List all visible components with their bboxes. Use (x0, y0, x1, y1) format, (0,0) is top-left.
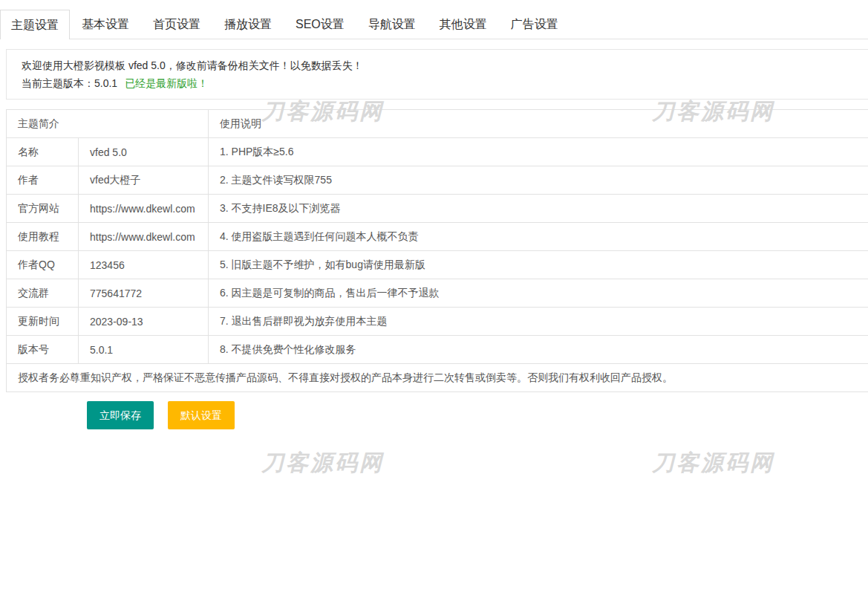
intro-header-cell: 主题简介 (7, 110, 209, 138)
tab-1[interactable]: 主题设置 (0, 10, 70, 39)
row-value-cell: 5.0.1 (79, 336, 209, 364)
settings-panel: 欢迎使用大橙影视模板 vfed 5.0，修改前请备份相关文件！以免数据丢失！ 当… (6, 49, 868, 429)
watermark-text: 刀客源码网 (261, 448, 384, 478)
row-value-cell: vfed大橙子 (79, 166, 209, 195)
row-value-cell: https://www.dkewl.com (79, 223, 209, 251)
table-footer-row: 授权者务必尊重知识产权，严格保证不恶意传播产品源码、不得直接对授权的产品本身进行… (7, 364, 868, 392)
license-notice-cell: 授权者务必尊重知识产权，严格保证不恶意传播产品源码、不得直接对授权的产品本身进行… (7, 364, 868, 392)
save-button[interactable]: 立即保存 (87, 401, 154, 429)
watermark-text: 刀客源码网 (652, 448, 774, 478)
row-note-cell: 8. 不提供免费个性化修改服务 (209, 336, 868, 364)
row-label-cell: 使用教程 (7, 223, 79, 251)
row-note-cell: 7. 退出售后群即视为放弃使用本主题 (209, 308, 868, 336)
row-value-cell: 123456 (79, 251, 209, 279)
table-row: 作者vfed大橙子2. 主题文件读写权限755 (7, 166, 868, 195)
theme-info-table: 主题简介 使用说明 名称vfed 5.01. PHP版本≥5.6作者vfed大橙… (6, 109, 868, 392)
row-label-cell: 作者 (7, 166, 79, 195)
table-row: 更新时间2023-09-137. 退出售后群即视为放弃使用本主题 (7, 308, 868, 336)
tab-2[interactable]: 基本设置 (70, 10, 141, 39)
table-row: 作者QQ1234565. 旧版主题不予维护，如有bug请使用最新版 (7, 251, 868, 279)
row-value-cell: 2023-09-13 (79, 308, 209, 336)
row-label-cell: 官方网站 (7, 195, 79, 223)
usage-header-cell: 使用说明 (209, 110, 868, 138)
row-value-cell: 775641772 (79, 279, 209, 308)
default-settings-button[interactable]: 默认设置 (168, 401, 235, 429)
tab-6[interactable]: 导航设置 (356, 10, 428, 39)
tab-7[interactable]: 其他设置 (428, 10, 499, 39)
table-row: 版本号5.0.18. 不提供免费个性化修改服务 (7, 336, 868, 364)
page: { "tabs": [ { "label": "主题设置", "active":… (0, 0, 868, 598)
row-note-cell: 1. PHP版本≥5.6 (209, 138, 868, 166)
tab-4[interactable]: 播放设置 (212, 10, 284, 39)
row-value-cell: vfed 5.0 (79, 138, 209, 166)
theme-info-table-body: 主题简介 使用说明 名称vfed 5.01. PHP版本≥5.6作者vfed大橙… (7, 110, 868, 392)
row-label-cell: 更新时间 (7, 308, 79, 336)
row-label-cell: 名称 (7, 138, 79, 166)
table-row: 官方网站https://www.dkewl.com3. 不支持IE8及以下浏览器 (7, 195, 868, 223)
welcome-notice-line1: 欢迎使用大橙影视模板 vfed 5.0，修改前请备份相关文件！以免数据丢失！ (22, 56, 868, 74)
row-label-cell: 版本号 (7, 336, 79, 364)
table-header-row: 主题简介 使用说明 (7, 110, 868, 138)
row-note-cell: 2. 主题文件读写权限755 (209, 166, 868, 195)
tab-bar: 主题设置基本设置首页设置播放设置SEO设置导航设置其他设置广告设置 (0, 0, 868, 39)
table-row: 名称vfed 5.01. PHP版本≥5.6 (7, 138, 868, 166)
tab-8[interactable]: 广告设置 (499, 10, 570, 39)
current-version-text: 当前主题版本：5.0.1 (22, 77, 117, 89)
table-row: 交流群7756417726. 因主题是可复制的商品，售出后一律不予退款 (7, 279, 868, 308)
row-label-cell: 作者QQ (7, 251, 79, 279)
latest-version-badge: 已经是最新版啦！ (125, 77, 208, 89)
tab-3[interactable]: 首页设置 (141, 10, 212, 39)
action-buttons: 立即保存 默认设置 (87, 401, 868, 429)
row-note-cell: 5. 旧版主题不予维护，如有bug请使用最新版 (209, 251, 868, 279)
welcome-notice: 欢迎使用大橙影视模板 vfed 5.0，修改前请备份相关文件！以免数据丢失！ 当… (6, 49, 868, 100)
row-note-cell: 3. 不支持IE8及以下浏览器 (209, 195, 868, 223)
row-label-cell: 交流群 (7, 279, 79, 308)
tab-5[interactable]: SEO设置 (284, 10, 356, 39)
row-value-cell: https://www.dkewl.com (79, 195, 209, 223)
row-note-cell: 6. 因主题是可复制的商品，售出后一律不予退款 (209, 279, 868, 308)
row-note-cell: 4. 使用盗版主题遇到任何问题本人概不负责 (209, 223, 868, 251)
table-row: 使用教程https://www.dkewl.com4. 使用盗版主题遇到任何问题… (7, 223, 868, 251)
welcome-notice-line2: 当前主题版本：5.0.1已经是最新版啦！ (22, 74, 868, 92)
